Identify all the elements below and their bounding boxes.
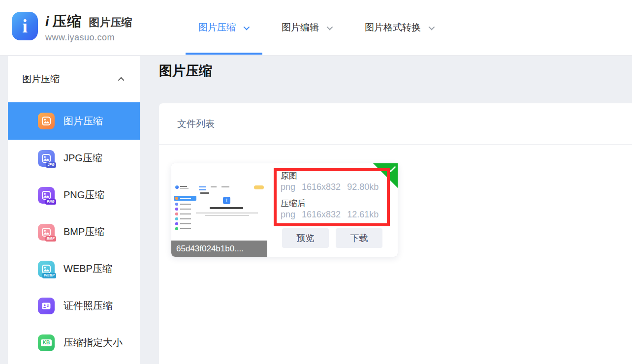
sidebar-item-id-photo-compress[interactable]: 证件照压缩 [8, 287, 140, 324]
chevron-down-icon [327, 24, 333, 30]
kb-badge: KB [41, 339, 52, 346]
brand-text: i 压缩 图片压缩 www.iyasuo.com [45, 12, 132, 43]
sidebar-menu: 图片压缩 JPG JPG压缩 PNG PNG压缩 BMP BMP压缩 [8, 102, 140, 361]
sidebar-item-label: PNG压缩 [63, 188, 104, 202]
page-title: 图片压缩 [159, 62, 212, 80]
original-format: png [281, 182, 295, 192]
sidebar-item-bmp-compress[interactable]: BMP BMP压缩 [8, 213, 140, 250]
sidebar-group-header[interactable]: 图片压缩 [8, 56, 140, 102]
sidebar-item-label: JPG压缩 [63, 152, 102, 165]
logo-letter: i [22, 17, 28, 35]
compressed-info: png1616x83212.61kb [281, 209, 385, 220]
id-card-icon [38, 298, 55, 314]
nav-tab-label: 图片编辑 [282, 21, 319, 34]
panel-title: 文件列表 [177, 118, 215, 130]
file-list-panel: 文件列表 + [159, 103, 632, 364]
success-corner-badge [373, 163, 398, 188]
original-dimensions: 1616x832 [302, 182, 341, 192]
original-info: png1616x83292.80kb [281, 182, 385, 193]
sidebar-group-title: 图片压缩 [22, 73, 60, 86]
sidebar-item-png-compress[interactable]: PNG PNG压缩 [8, 177, 140, 213]
panel-body: + 65d43f024b1b0.... 原图 png1616x83292.80k… [159, 163, 632, 257]
nav-tab-format-convert[interactable]: 图片格式转换 [365, 21, 433, 34]
sidebar: 图片压缩 图片压缩 JPG JPG压缩 PNG PNG压缩 [8, 56, 140, 364]
compressed-label: 压缩后 [281, 198, 385, 209]
active-tab-underline [186, 53, 262, 55]
compressed-dimensions: 1616x832 [302, 210, 341, 219]
photo-icon: BMP [38, 224, 55, 241]
nav-tab-label: 图片压缩 [198, 21, 236, 34]
chevron-down-icon [429, 24, 435, 30]
brand-domain: www.iyasuo.com [45, 32, 132, 43]
sidebar-item-label: WEBP压缩 [63, 262, 112, 275]
photo-icon: JPG [38, 150, 55, 167]
site-header: i i 压缩 图片压缩 www.iyasuo.com 图片压缩 图片编辑 图片格… [0, 0, 632, 56]
nav-tab-image-compress[interactable]: 图片压缩 [198, 21, 248, 34]
sidebar-item-label: 证件照压缩 [63, 299, 113, 312]
original-label: 原图 [281, 170, 385, 182]
chevron-down-icon [244, 24, 250, 30]
file-name: 65d43f024b1b0.... [171, 241, 267, 257]
file-info: 原图 png1616x83292.80kb 压缩后 png1616x83212.… [281, 170, 385, 225]
preview-button[interactable]: 预览 [282, 228, 329, 248]
compressed-format: png [281, 210, 295, 219]
sidebar-item-label: 压缩指定大小 [63, 336, 123, 349]
photo-icon: PNG [38, 187, 55, 204]
photo-icon [38, 113, 55, 129]
sidebar-item-webp-compress[interactable]: WEBP WEBP压缩 [8, 250, 140, 287]
sidebar-item-compress-to-size[interactable]: KB 压缩指定大小 [8, 324, 140, 361]
brand-i: i [45, 14, 49, 30]
format-badge: BMP [45, 236, 56, 241]
chevron-up-icon [118, 77, 125, 83]
format-badge: JPG [46, 162, 56, 167]
format-badge: WEBP [42, 273, 56, 278]
file-thumbnail[interactable]: + 65d43f024b1b0.... [171, 163, 267, 257]
file-card: + 65d43f024b1b0.... 原图 png1616x83292.80k… [171, 163, 398, 257]
download-button[interactable]: 下载 [336, 228, 382, 248]
kb-folder-icon: KB [38, 334, 55, 351]
check-icon [388, 166, 396, 173]
brand-tagline: 图片压缩 [89, 15, 132, 30]
logo[interactable]: i i 压缩 图片压缩 www.iyasuo.com [12, 12, 132, 43]
nav-tab-image-edit[interactable]: 图片编辑 [282, 21, 331, 34]
sidebar-item-label: 图片压缩 [63, 115, 103, 128]
thumbnail-preview: + [172, 184, 266, 233]
compressed-size: 12.61kb [347, 210, 379, 219]
format-badge: PNG [45, 199, 56, 204]
sidebar-item-label: BMP压缩 [63, 225, 104, 239]
sidebar-item-jpg-compress[interactable]: JPG JPG压缩 [8, 140, 140, 177]
logo-icon: i [12, 12, 38, 40]
top-nav: 图片压缩 图片编辑 图片格式转换 [198, 0, 467, 55]
nav-tab-label: 图片格式转换 [365, 21, 421, 34]
sidebar-item-image-compress[interactable]: 图片压缩 [8, 102, 140, 140]
brand-name: 压缩 [53, 12, 82, 31]
panel-header: 文件列表 [159, 103, 632, 145]
photo-icon: WEBP [38, 261, 55, 277]
